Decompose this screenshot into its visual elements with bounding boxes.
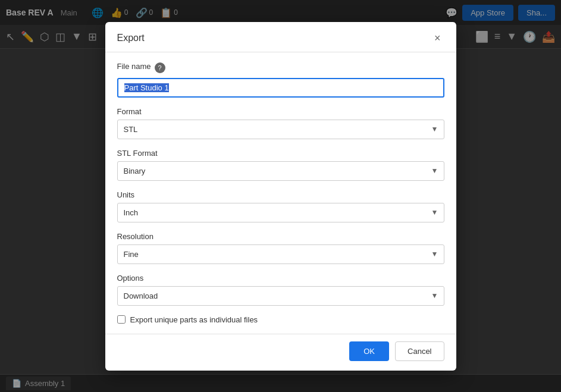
modal-title: Export [117,33,145,43]
file-name-group: File name ? [117,62,444,98]
stl-format-select-wrapper: Binary Text ▼ [117,161,444,181]
resolution-select-wrapper: Fine Coarse Custom ▼ [117,244,444,264]
units-select-wrapper: Inch Millimeter Centimeter Meter Foot Ya… [117,203,444,222]
modal-overlay: Export × File name ? Format STL IGES [0,0,561,392]
close-button[interactable]: × [431,32,444,45]
options-select[interactable]: Download Save to Onshape [117,286,444,306]
modal-header: Export × [105,22,456,52]
cancel-button[interactable]: Cancel [395,341,444,361]
units-label: Units [117,190,444,199]
options-label: Options [117,274,444,283]
unique-parts-label[interactable]: Export unique parts as individual files [130,315,258,324]
format-select-wrapper: STL IGES STEP Parasolid ACIS OBJ 3MF ▼ [117,120,444,139]
units-select[interactable]: Inch Millimeter Centimeter Meter Foot Ya… [117,203,444,222]
format-group: Format STL IGES STEP Parasolid ACIS OBJ … [117,107,444,139]
modal-footer: OK Cancel [105,334,456,371]
file-name-label-row: File name ? [117,62,444,74]
resolution-label: Resolution [117,232,444,241]
stl-format-label: STL Format [117,149,444,158]
modal-body: File name ? Format STL IGES STEP Parasol… [105,52,456,334]
format-label: Format [117,107,444,116]
file-name-input[interactable] [117,78,444,98]
units-group: Units Inch Millimeter Centimeter Meter F… [117,190,444,222]
options-group: Options Download Save to Onshape ▼ [117,274,444,306]
stl-format-select[interactable]: Binary Text [117,161,444,181]
format-select[interactable]: STL IGES STEP Parasolid ACIS OBJ 3MF [117,120,444,139]
checkbox-row: Export unique parts as individual files [117,315,444,324]
resolution-group: Resolution Fine Coarse Custom ▼ [117,232,444,264]
ok-button[interactable]: OK [349,341,389,361]
help-icon[interactable]: ? [155,62,165,73]
stl-format-group: STL Format Binary Text ▼ [117,149,444,181]
options-select-wrapper: Download Save to Onshape ▼ [117,286,444,306]
export-modal: Export × File name ? Format STL IGES [105,22,456,371]
resolution-select[interactable]: Fine Coarse Custom [117,244,444,264]
file-name-label: File name [117,62,151,71]
unique-parts-checkbox[interactable] [117,315,126,324]
